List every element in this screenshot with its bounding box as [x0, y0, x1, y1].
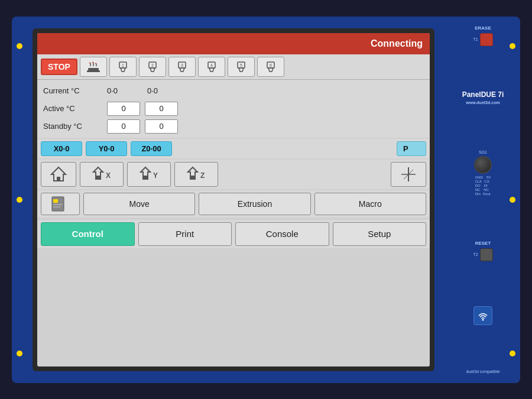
sg1-section: SG1 GND 5V CLK CS DO DI NC NC	[474, 150, 492, 196]
compatible-label: duet3d compatible	[466, 369, 499, 374]
brand-label: PanelDUE 7i www.duet3d.com	[462, 90, 504, 105]
home-z-icon: Z	[184, 165, 208, 184]
extruder3-button[interactable]: 3	[168, 57, 196, 77]
svg-marker-21	[268, 68, 273, 72]
svg-text:Y: Y	[153, 171, 158, 180]
fan-button[interactable]	[391, 162, 426, 187]
svg-rect-29	[144, 176, 147, 179]
pin-row-2: CLK CS	[475, 180, 491, 183]
svg-rect-32	[191, 176, 194, 179]
file-icon	[50, 194, 71, 213]
home-x-button[interactable]: X	[80, 162, 124, 187]
svg-rect-24	[57, 177, 60, 181]
svg-marker-6	[121, 68, 125, 72]
wifi-icon	[477, 310, 489, 322]
bottom-nav: Control Print Console Setup	[37, 220, 430, 248]
y-position-button[interactable]: Y0·0	[86, 141, 127, 156]
active-temp-label: Active °C	[43, 104, 102, 113]
screen-bezel: Connecting STOP	[33, 28, 434, 371]
current-temp-val2: 0·0	[147, 86, 183, 95]
file-button[interactable]	[41, 193, 80, 215]
home-controls-row: X Y Z	[37, 160, 430, 189]
toolbar: STOP	[37, 54, 430, 80]
svg-text:6: 6	[270, 63, 272, 67]
extruder6-button[interactable]: 6	[257, 57, 284, 77]
extruder6-icon: 6	[264, 60, 278, 74]
macro-button[interactable]: Macro	[314, 193, 426, 215]
nc-label: NC	[475, 188, 481, 192]
action-row: Move Extrusion Macro	[37, 190, 430, 218]
svg-point-41	[482, 319, 484, 320]
extruder4-button[interactable]: 4	[198, 57, 225, 77]
home-z-button[interactable]: Z	[174, 162, 218, 187]
home-y-icon: Y	[137, 165, 161, 184]
move-button[interactable]: Move	[83, 193, 195, 215]
z-position-button[interactable]: Z0·00	[131, 141, 172, 156]
5v-label: 5V	[486, 176, 491, 179]
extruder1-icon: 1	[116, 60, 130, 74]
standby-temp-input1[interactable]: 0	[107, 119, 140, 134]
extruder1-button[interactable]: 1	[109, 57, 137, 77]
board: Connecting STOP	[12, 17, 520, 383]
nav-print-button[interactable]: Print	[138, 222, 232, 246]
fan-icon	[399, 165, 418, 184]
t1-label: T1	[473, 37, 478, 41]
nc2-label: NC	[484, 188, 489, 192]
status-bar: Connecting	[37, 33, 430, 54]
svg-rect-0	[88, 68, 99, 70]
position-bar: X0·0 Y0·0 Z0·00 P	[37, 139, 430, 158]
home-all-button[interactable]	[41, 162, 76, 187]
active-temp-input1[interactable]: 0	[107, 102, 140, 116]
wifi-chip	[473, 306, 492, 325]
standby-temp-label: Standby °C	[43, 122, 102, 131]
erase-section: T1	[473, 33, 492, 46]
paneldue-label: PanelDUE 7i	[462, 90, 504, 100]
nav-console-button[interactable]: Console	[235, 222, 329, 246]
extruder2-button[interactable]: 2	[139, 57, 166, 77]
erase-button[interactable]	[480, 33, 493, 46]
di-label: DI	[484, 184, 488, 187]
gnd-label: GND	[475, 176, 483, 179]
extruder4-icon: 4	[205, 60, 219, 74]
current-temp-label: Current °C	[43, 86, 102, 95]
standby-temp-row: Standby °C 0 0	[43, 118, 424, 135]
svg-rect-1	[87, 70, 100, 72]
extruder5-button[interactable]: 5	[228, 57, 255, 77]
cs-label: CS	[484, 180, 489, 183]
board-right-panel: ERASE T1 PanelDUE 7i www.duet3d.com SG1 …	[456, 17, 510, 383]
nav-setup-button[interactable]: Setup	[333, 222, 427, 246]
svg-text:Z: Z	[200, 171, 205, 180]
clk-label: CLK	[475, 180, 482, 183]
svg-text:5: 5	[240, 63, 242, 67]
p-position-button[interactable]: P	[397, 141, 426, 156]
svg-text:3: 3	[181, 63, 183, 67]
svg-marker-12	[180, 68, 184, 72]
svg-marker-9	[150, 68, 155, 72]
nav-control-button[interactable]: Control	[41, 222, 135, 246]
do-label: DO	[475, 184, 481, 187]
din-label: DIn	[475, 192, 481, 196]
extrusion-button[interactable]: Extrusion	[199, 193, 310, 215]
bed-heat-icon	[86, 60, 100, 74]
home-y-button[interactable]: Y	[127, 162, 171, 187]
home-x-icon: X	[90, 165, 113, 184]
standby-temp-input2[interactable]: 0	[145, 119, 178, 134]
t2-label: T2	[473, 252, 478, 257]
x-position-button[interactable]: X0·0	[41, 141, 82, 156]
svg-marker-15	[209, 68, 214, 72]
reset-row: T2	[473, 248, 492, 261]
rotary-knob[interactable]	[474, 156, 492, 174]
erase-label: ERASE	[475, 25, 491, 31]
stop-button[interactable]: STOP	[41, 59, 77, 75]
reset-label: RESET	[475, 241, 491, 246]
extruder2-icon: 2	[145, 60, 160, 74]
reset-button[interactable]	[480, 248, 493, 261]
bed-heat-button[interactable]	[80, 57, 107, 77]
svg-text:2: 2	[151, 63, 154, 67]
active-temp-input2[interactable]: 0	[145, 102, 178, 116]
current-temp-val1: 0·0	[107, 86, 142, 95]
active-temp-row: Active °C 0 0	[43, 100, 424, 118]
extruder5-icon: 5	[234, 60, 248, 74]
screen: Connecting STOP	[37, 33, 430, 366]
temperature-section: Current °C 0·0 0·0 Active °C 0 0 Standby…	[37, 80, 430, 138]
